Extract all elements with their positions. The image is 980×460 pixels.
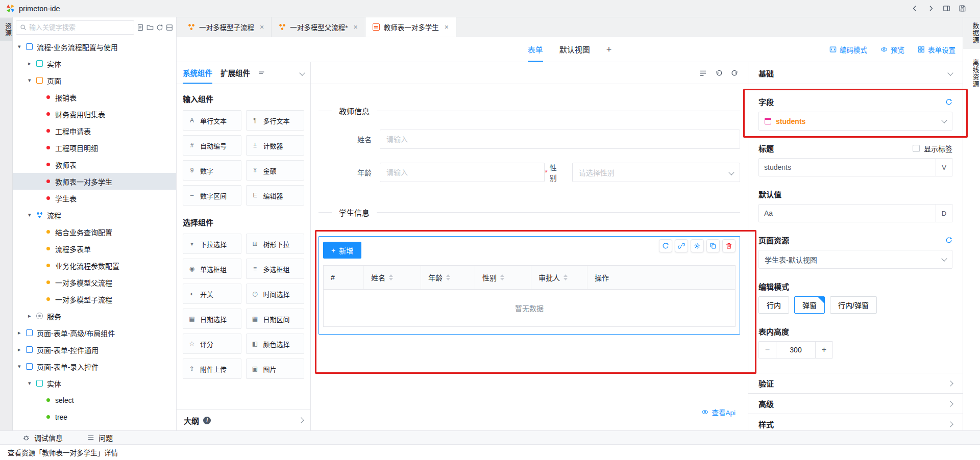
component-item[interactable]: ¥ 金额: [246, 160, 305, 181]
nav-back-icon[interactable]: [911, 5, 919, 12]
sort-icon[interactable]: [389, 274, 393, 280]
tree-item[interactable]: 流程-业务流程配置与使用: [13, 38, 176, 55]
code-mode-button[interactable]: 编码模式: [829, 44, 867, 55]
search-box[interactable]: [16, 20, 134, 35]
search-input[interactable]: [29, 23, 130, 31]
gender-select[interactable]: 请选择性别: [572, 163, 740, 182]
increment-button[interactable]: +: [816, 341, 833, 359]
tree-item[interactable]: 流程多表单: [13, 240, 176, 257]
tree-item[interactable]: select: [13, 392, 176, 408]
component-item[interactable]: ◷ 时间选择: [246, 284, 305, 304]
field-select[interactable]: students: [758, 112, 952, 131]
component-item[interactable]: A 单行文本: [183, 110, 241, 131]
sync-resource-icon[interactable]: [945, 237, 952, 244]
age-input-inner[interactable]: [386, 168, 538, 176]
caret-icon[interactable]: [28, 60, 36, 67]
editor-tab[interactable]: 教师表一对多学生: [365, 17, 456, 37]
tree-item[interactable]: 工程申请表: [13, 122, 176, 139]
tree-item[interactable]: 实体: [13, 375, 176, 392]
preview-button[interactable]: 预览: [880, 44, 904, 55]
tab-system-components[interactable]: 系统组件: [183, 62, 212, 84]
table-column-header[interactable]: 操作: [587, 266, 735, 289]
component-item[interactable]: – 数字区间: [183, 185, 241, 206]
inspector-section-row[interactable]: 高级: [748, 394, 963, 414]
students-subform-component[interactable]: + 新增 # 姓名 年龄 性别 审批人 操作 暂无数据: [318, 236, 740, 335]
tree-item[interactable]: 教师表一对多学生: [13, 173, 176, 190]
tree-item[interactable]: 结合业务查询配置: [13, 223, 176, 240]
edit-mode-button[interactable]: 弹窗: [794, 296, 825, 314]
debug-info-button[interactable]: 调试信息: [22, 432, 63, 443]
decrement-button[interactable]: −: [758, 341, 776, 359]
tree-item[interactable]: 页面-表单-高级/布局组件: [13, 324, 176, 341]
nav-forward-icon[interactable]: [927, 5, 935, 12]
tree-item[interactable]: 业务化流程参数配置: [13, 257, 176, 274]
table-column-header[interactable]: 性别: [475, 266, 531, 289]
resources-vertical-tab[interactable]: 资源: [0, 18, 13, 41]
tree-item[interactable]: 一对多模型父流程: [13, 274, 176, 291]
component-item[interactable]: ☆ 评分: [183, 334, 241, 354]
title-variable-button[interactable]: V: [936, 158, 952, 176]
components-menu-icon[interactable]: [258, 70, 265, 76]
delete-component-button[interactable]: [722, 239, 736, 252]
sync-field-icon[interactable]: [945, 98, 952, 106]
component-item[interactable]: ◐ 开关: [183, 284, 241, 304]
component-settings-button[interactable]: [691, 239, 704, 252]
tree-item[interactable]: 报销表: [13, 89, 176, 106]
component-item[interactable]: ▣ 图片: [246, 359, 305, 379]
editor-tab[interactable]: 一对多模型子流程: [181, 17, 272, 37]
name-input-inner[interactable]: [386, 135, 733, 143]
age-input[interactable]: [380, 163, 545, 182]
component-item[interactable]: 9 数字: [183, 160, 241, 181]
caret-icon[interactable]: [18, 43, 26, 50]
caret-icon[interactable]: [28, 313, 36, 319]
component-item[interactable]: ▦ 日期区间: [246, 309, 305, 329]
component-item[interactable]: E 编辑器: [246, 185, 305, 206]
tab-default-view[interactable]: 默认视图: [559, 37, 590, 62]
caret-icon[interactable]: [18, 363, 26, 370]
add-view-button[interactable]: +: [606, 37, 612, 62]
close-icon[interactable]: [260, 23, 264, 31]
close-icon[interactable]: [353, 23, 357, 31]
folder-icon[interactable]: [146, 24, 154, 31]
tree-item[interactable]: 工程项目明细: [13, 139, 176, 156]
caret-icon[interactable]: [18, 346, 26, 353]
table-height-value[interactable]: 300: [776, 341, 816, 359]
collapse-all-icon[interactable]: [166, 24, 173, 31]
edit-mode-button[interactable]: 行内/弹窗: [830, 296, 877, 314]
offline-resources-vertical-tab[interactable]: 离线资源: [963, 54, 980, 93]
component-item[interactable]: ⇧ 附件上传: [183, 359, 241, 379]
component-item[interactable]: ▾ 下拉选择: [183, 234, 241, 254]
page-resource-select[interactable]: 学生表-默认视图: [758, 250, 952, 269]
sort-icon[interactable]: [446, 274, 450, 280]
caret-icon[interactable]: [18, 329, 26, 336]
table-column-header[interactable]: 姓名: [363, 266, 421, 289]
tree-item[interactable]: 学生表: [13, 190, 176, 207]
problems-button[interactable]: 问题: [87, 432, 113, 443]
copy-component-button[interactable]: [706, 239, 720, 252]
caret-icon[interactable]: [28, 212, 36, 218]
sync-component-button[interactable]: [659, 239, 672, 252]
tree-item[interactable]: 财务费用归集表: [13, 106, 176, 122]
tree-item[interactable]: 教师表: [13, 156, 176, 173]
format-layout-icon[interactable]: [699, 69, 707, 77]
editor-tab[interactable]: 一对多模型父流程*: [272, 17, 365, 37]
name-input[interactable]: [380, 130, 740, 149]
locate-file-icon[interactable]: [137, 24, 144, 31]
tree-item[interactable]: 页面-表单-控件通用: [13, 341, 176, 358]
inspector-header[interactable]: 基础: [748, 62, 963, 84]
close-icon[interactable]: [445, 23, 449, 31]
tree-item[interactable]: 服务: [13, 308, 176, 324]
tree-item[interactable]: 实体: [13, 55, 176, 72]
table-column-header[interactable]: 审批人: [531, 266, 587, 289]
caret-icon[interactable]: [28, 77, 36, 84]
title-input-inner[interactable]: [764, 163, 930, 171]
view-api-link[interactable]: 查看Api: [701, 407, 736, 417]
inspector-section-row[interactable]: 验证: [748, 373, 963, 394]
show-label-toggle[interactable]: 显示标签: [913, 143, 952, 154]
tree-item[interactable]: 页面-表单-录入控件: [13, 358, 176, 375]
component-item[interactable]: ▦ 日期选择: [183, 309, 241, 329]
link-component-button[interactable]: [675, 239, 688, 252]
undo-icon[interactable]: [715, 69, 723, 77]
sort-icon[interactable]: [564, 274, 568, 280]
refresh-icon[interactable]: [156, 24, 163, 31]
